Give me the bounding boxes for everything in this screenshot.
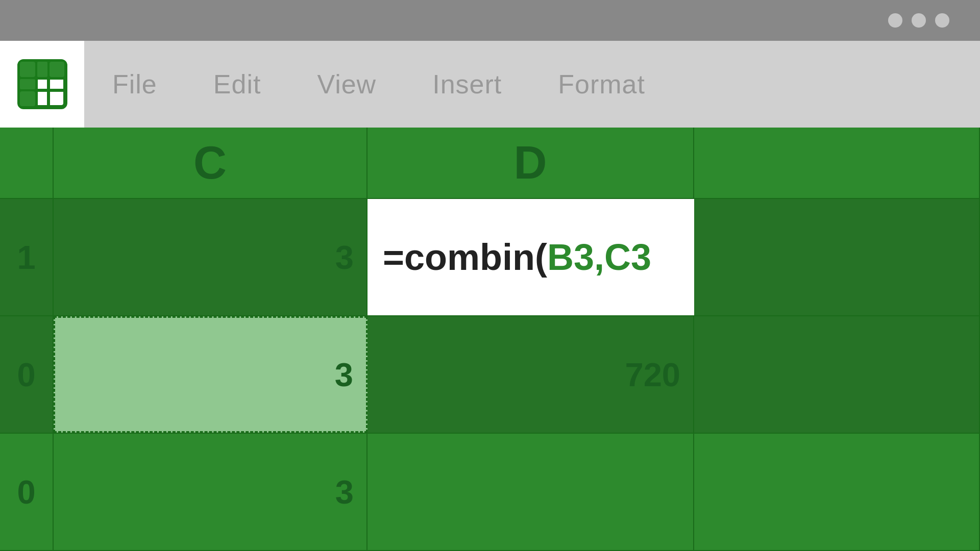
menu-item-file[interactable]: File [84, 41, 185, 128]
cell-e1[interactable] [694, 199, 980, 315]
column-header-d[interactable]: D [368, 128, 694, 199]
row-number-2: 0 [0, 316, 54, 433]
cell-e3[interactable] [694, 434, 980, 550]
cell-d2[interactable]: 720 [368, 316, 694, 433]
grid-row: 1 3 =combin(B3,C3 [0, 199, 980, 316]
menu-item-format[interactable]: Format [530, 41, 673, 128]
close-button[interactable] [935, 13, 949, 28]
cell-value: 3 [335, 356, 353, 394]
cell-e2[interactable] [694, 316, 980, 433]
menu-item-edit[interactable]: Edit [185, 41, 289, 128]
row-number-3: 0 [0, 434, 54, 550]
cell-c1[interactable]: 3 [54, 199, 368, 315]
svg-rect-5 [20, 62, 35, 77]
grid-row: 0 3 [0, 434, 980, 551]
cell-value: 720 [625, 356, 680, 394]
svg-rect-8 [20, 79, 35, 89]
window-controls [888, 13, 949, 28]
maximize-button[interactable] [912, 13, 926, 28]
formula-black-part: =combin( [383, 237, 547, 278]
menu-item-view[interactable]: View [289, 41, 404, 128]
app-logo [0, 41, 84, 128]
minimize-button[interactable] [888, 13, 902, 28]
grid-row: 0 3 720 [0, 316, 980, 434]
corner-header [0, 128, 54, 199]
cell-value: 3 [335, 238, 354, 277]
menu-items: File Edit View Insert Format [84, 41, 980, 128]
cell-c3[interactable]: 3 [54, 434, 368, 550]
svg-rect-9 [20, 91, 35, 106]
column-header-e[interactable] [694, 128, 980, 199]
formula-display: =combin(B3,C3 [383, 236, 651, 278]
cell-value: 3 [335, 473, 354, 511]
menu-bar: File Edit View Insert Format [0, 41, 980, 128]
formula-green-part: B3,C3 [547, 237, 651, 278]
cell-d3[interactable] [368, 434, 694, 550]
svg-rect-6 [37, 62, 47, 77]
spreadsheet: C D 1 3 =combin(B3,C3 0 3 7 [0, 128, 980, 551]
logo-icon [17, 59, 68, 110]
svg-rect-7 [50, 62, 64, 77]
row-number-1: 1 [0, 199, 54, 315]
cell-d1-formula[interactable]: =combin(B3,C3 [368, 199, 694, 315]
grid-rows: 1 3 =combin(B3,C3 0 3 720 0 [0, 199, 980, 551]
menu-item-insert[interactable]: Insert [404, 41, 530, 128]
cell-c2-selected[interactable]: 3 [54, 316, 368, 433]
column-header-c[interactable]: C [54, 128, 368, 199]
column-headers: C D [0, 128, 980, 199]
title-bar [0, 0, 980, 41]
